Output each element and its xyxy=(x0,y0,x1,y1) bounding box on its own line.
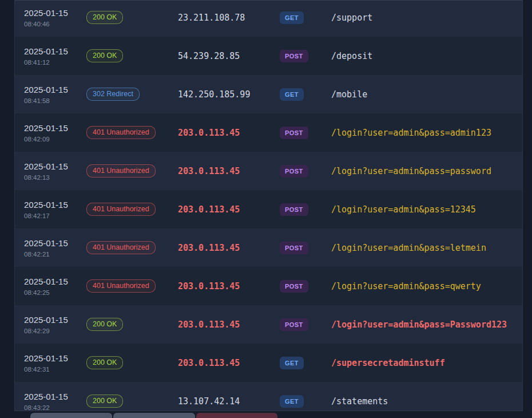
status-cell: 401 Unauthorized xyxy=(86,203,178,216)
log-row[interactable]: 2025-01-15 08:42:31 200 OK 203.0.113.45 … xyxy=(15,344,522,382)
timestamp-date: 2025-01-15 xyxy=(24,46,86,57)
status-badge: 200 OK xyxy=(86,49,123,62)
method-cell: POST xyxy=(280,280,331,293)
log-row[interactable]: 2025-01-15 08:42:09 401 Unauthorized 203… xyxy=(15,113,522,152)
path-cell: /login?user=admin&pass=password xyxy=(331,166,522,176)
method-cell: POST xyxy=(280,203,331,216)
timestamp-date: 2025-01-15 xyxy=(24,199,86,210)
method-badge: POST xyxy=(280,242,308,254)
timestamp-date: 2025-01-15 xyxy=(24,276,86,287)
ip-cell: 203.0.113.45 xyxy=(178,243,280,253)
timestamp-cell: 2025-01-15 08:42:31 xyxy=(24,353,86,373)
log-row[interactable]: 2025-01-15 08:43:22 200 OK 13.107.42.14 … xyxy=(15,382,522,411)
request-path: /login?user=admin&pass=qwerty xyxy=(331,281,481,291)
path-cell: /login?user=admin&pass=letmein xyxy=(331,243,522,253)
path-cell: /login?user=admin&pass=Password123 xyxy=(331,320,522,330)
log-row[interactable]: 2025-01-15 08:41:58 302 Redirect 142.250… xyxy=(15,75,522,113)
ip-cell: 54.239.28.85 xyxy=(178,51,280,61)
status-cell: 200 OK xyxy=(86,356,178,369)
status-badge: 200 OK xyxy=(86,318,123,331)
timestamp-date: 2025-01-15 xyxy=(24,123,86,133)
ip-address: 203.0.113.45 xyxy=(178,243,240,253)
status-badge: 302 Redirect xyxy=(86,88,140,101)
status-cell: 401 Unauthorized xyxy=(86,164,178,178)
method-cell: POST xyxy=(280,242,331,254)
request-path: /login?user=admin&pass=letmein xyxy=(331,243,486,253)
timestamp-date: 2025-01-15 xyxy=(24,161,86,172)
method-badge: POST xyxy=(280,280,308,293)
ip-address: 203.0.113.45 xyxy=(178,320,240,330)
timestamp-cell: 2025-01-15 08:42:21 xyxy=(24,238,86,258)
timestamp-time: 08:42:21 xyxy=(24,250,86,258)
ip-address: 142.250.185.99 xyxy=(178,89,250,100)
ip-cell: 203.0.113.45 xyxy=(178,320,280,330)
timestamp-time: 08:42:31 xyxy=(24,365,86,373)
timestamp-date: 2025-01-15 xyxy=(24,353,86,364)
method-badge: GET xyxy=(280,88,304,101)
timestamp-cell: 2025-01-15 08:42:29 xyxy=(24,314,86,335)
method-cell: GET xyxy=(280,395,331,408)
ip-cell: 203.0.113.45 xyxy=(178,358,280,368)
status-cell: 200 OK xyxy=(86,318,178,331)
method-badge: GET xyxy=(280,395,304,408)
timestamp-time: 08:42:17 xyxy=(24,212,86,220)
log-row[interactable]: 2025-01-15 08:42:17 401 Unauthorized 203… xyxy=(15,190,522,228)
request-path: /statements xyxy=(331,396,388,407)
log-row[interactable]: 2025-01-15 08:42:25 401 Unauthorized 203… xyxy=(15,267,522,305)
log-row[interactable]: 2025-01-15 08:40:46 200 OK 23.211.108.78… xyxy=(15,0,522,37)
ip-cell: 13.107.42.14 xyxy=(178,396,280,407)
method-cell: GET xyxy=(280,357,331,369)
ip-address: 13.107.42.14 xyxy=(178,396,240,407)
log-row[interactable]: 2025-01-15 08:42:13 401 Unauthorized 203… xyxy=(15,152,522,190)
ip-cell: 142.250.185.99 xyxy=(178,89,280,100)
request-path: /deposit xyxy=(331,51,372,61)
path-cell: /login?user=admin&pass=qwerty xyxy=(331,281,522,291)
timestamp-date: 2025-01-15 xyxy=(24,7,86,18)
request-log-panel: 2025-01-15 08:40:46 200 OK 23.211.108.78… xyxy=(14,0,523,411)
method-cell: GET xyxy=(280,88,331,101)
method-badge: POST xyxy=(280,318,308,331)
request-path: /mobile xyxy=(331,89,367,100)
status-cell: 200 OK xyxy=(86,49,178,62)
timestamp-cell: 2025-01-15 08:42:13 xyxy=(24,161,86,182)
method-badge: POST xyxy=(280,203,308,216)
status-cell: 200 OK xyxy=(86,11,178,24)
footer-button-1[interactable] xyxy=(30,413,112,418)
timestamp-date: 2025-01-15 xyxy=(24,238,86,249)
footer-button-2[interactable] xyxy=(113,413,195,418)
ip-cell: 203.0.113.45 xyxy=(178,281,280,291)
method-cell: POST xyxy=(280,50,331,62)
ip-address: 203.0.113.45 xyxy=(178,281,240,291)
log-row[interactable]: 2025-01-15 08:42:29 200 OK 203.0.113.45 … xyxy=(15,305,522,344)
timestamp-cell: 2025-01-15 08:41:12 xyxy=(24,46,86,66)
ip-cell: 203.0.113.45 xyxy=(178,204,280,215)
status-cell: 200 OK xyxy=(86,395,178,408)
status-badge: 200 OK xyxy=(86,11,123,24)
log-row[interactable]: 2025-01-15 08:41:12 200 OK 54.239.28.85 … xyxy=(15,37,522,75)
timestamp-date: 2025-01-15 xyxy=(24,84,86,95)
status-badge: 200 OK xyxy=(86,356,123,369)
request-path: /login?user=admin&pass=password xyxy=(331,166,491,176)
status-badge: 401 Unauthorized xyxy=(86,241,156,254)
status-cell: 401 Unauthorized xyxy=(86,126,178,139)
timestamp-time: 08:41:58 xyxy=(24,97,86,105)
method-badge: GET xyxy=(280,357,304,369)
log-row[interactable]: 2025-01-15 08:42:21 401 Unauthorized 203… xyxy=(15,228,522,267)
timestamp-cell: 2025-01-15 08:42:25 xyxy=(24,276,86,297)
path-cell: /login?user=admin&pass=admin123 xyxy=(331,128,522,138)
method-badge: POST xyxy=(280,165,308,178)
ip-cell: 23.211.108.78 xyxy=(178,13,280,23)
request-path: /supersecretadminstuff xyxy=(331,358,445,368)
request-path: /support xyxy=(331,13,372,23)
method-badge: POST xyxy=(280,127,308,139)
method-badge: GET xyxy=(280,11,304,24)
method-badge: POST xyxy=(280,50,308,62)
ip-address: 23.211.108.78 xyxy=(178,13,245,23)
method-cell: POST xyxy=(280,127,331,139)
timestamp-cell: 2025-01-15 08:40:46 xyxy=(24,7,86,28)
status-badge: 401 Unauthorized xyxy=(86,279,156,293)
status-cell: 401 Unauthorized xyxy=(86,279,178,293)
status-cell: 401 Unauthorized xyxy=(86,241,178,254)
footer-button-3[interactable] xyxy=(196,413,277,418)
path-cell: /deposit xyxy=(331,51,522,61)
